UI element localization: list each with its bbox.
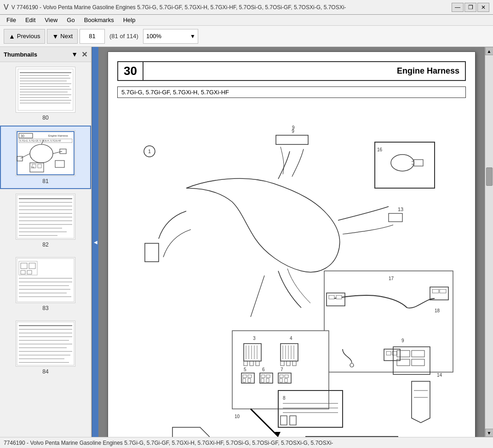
restore-button[interactable]: ❐ [464, 3, 476, 12]
next-arrow-icon: ▼ [52, 33, 58, 40]
blue-arrow-icon: ◀ [94, 240, 97, 245]
content-area[interactable]: 30 Engine Harness 5.7Gi-G, 5.7Gi-GF, 5.7… [98, 47, 485, 437]
sidebar-close-button[interactable]: ✕ [81, 50, 87, 59]
thumbnail-label-83: 83 [42, 305, 48, 311]
window-title: V 7746190 - Volvo Penta Marine Gasoline … [11, 4, 346, 11]
scroll-down-button[interactable]: ▼ [485, 429, 493, 437]
sidebar: Thumbnails ▼ ✕ [0, 47, 92, 437]
previous-button[interactable]: ▲ Previous [4, 29, 45, 44]
prev-label: Previous [17, 33, 40, 40]
svg-text:16: 16 [377, 147, 383, 152]
svg-text:8: 8 [283, 396, 286, 401]
scroll-thumb[interactable] [486, 167, 493, 186]
svg-text:5: 5 [244, 367, 246, 372]
next-label: Next [60, 33, 73, 40]
thumbnail-svg-82 [16, 194, 75, 239]
svg-text:13: 13 [398, 207, 403, 212]
thumbnail-label-84: 84 [42, 368, 48, 375]
svg-rect-137 [290, 416, 296, 425]
svg-text:10: 10 [235, 414, 240, 419]
svg-text:9: 9 [401, 338, 404, 343]
menu-file[interactable]: File [2, 16, 21, 24]
close-button[interactable]: ✕ [477, 3, 489, 12]
thumbnail-svg-84 [16, 321, 75, 366]
thumbnail-img-82 [16, 194, 75, 240]
statusbar: 7746190 - Volvo Penta Marine Gasoline En… [0, 437, 493, 448]
thumbnail-label-82: 82 [42, 241, 48, 248]
doc-title: Engine Harness [143, 62, 465, 80]
menu-bookmarks[interactable]: Bookmarks [80, 16, 119, 24]
thumbnail-svg-83 [16, 258, 75, 303]
prev-arrow-icon: ▲ [9, 33, 15, 40]
document-page: 30 Engine Harness 5.7Gi-G, 5.7Gi-GF, 5.7… [108, 52, 476, 437]
thumbnail-page-83[interactable]: 83 [0, 253, 91, 316]
thumbnail-img-80 [16, 67, 75, 113]
doc-page-number: 30 [118, 62, 143, 80]
svg-rect-136 [281, 416, 287, 425]
svg-rect-42 [17, 258, 74, 302]
svg-rect-83 [336, 295, 342, 299]
svg-rect-85 [432, 289, 439, 293]
thumbnail-svg-80 [16, 67, 75, 112]
thumbnail-page-82[interactable]: 82 [0, 189, 91, 253]
thumbnail-svg-81: 30 Engine Harness 5.7Gi-G, 5.7Gi-GF, 5.7… [16, 131, 75, 176]
svg-rect-82 [329, 295, 334, 299]
svg-text:6: 6 [262, 367, 265, 372]
svg-rect-151 [306, 437, 398, 437]
svg-rect-72 [145, 243, 159, 262]
zoom-select[interactable]: 100% 50% 75% 125% 150% 200% [143, 29, 198, 44]
svg-rect-71 [389, 213, 402, 222]
main-layout: Thumbnails ▼ ✕ [0, 47, 493, 437]
svg-text:14: 14 [437, 373, 442, 378]
svg-text:9: 9 [292, 125, 295, 130]
blue-side-tab[interactable]: ◀ [92, 47, 98, 437]
page-number-input[interactable] [80, 29, 105, 44]
svg-text:17: 17 [389, 276, 394, 281]
menu-edit[interactable]: Edit [21, 16, 40, 24]
thumbnail-page-84[interactable]: 84 [0, 316, 91, 379]
thumbnail-page-81[interactable]: 30 Engine Harness 5.7Gi-G, 5.7Gi-GF, 5.7… [0, 126, 91, 189]
svg-rect-86 [440, 289, 446, 293]
minimize-button[interactable]: — [452, 3, 464, 12]
thumbnail-img-83 [16, 257, 75, 303]
svg-text:1: 1 [148, 149, 151, 154]
menu-view[interactable]: View [40, 16, 62, 24]
svg-text:7: 7 [281, 367, 283, 372]
svg-rect-68 [276, 135, 308, 144]
sidebar-header: Thumbnails ▼ ✕ [0, 47, 91, 62]
page-info: (81 of 114) [107, 33, 141, 40]
titlebar: V V 7746190 - Volvo Penta Marine Gasolin… [0, 0, 493, 15]
svg-text:Engine Harness: Engine Harness [48, 134, 68, 137]
doc-header: 30 Engine Harness [117, 61, 466, 81]
vertical-scrollbar[interactable]: ▲ ▼ [485, 47, 493, 437]
engine-harness-diagram: 1 9 13 [117, 105, 458, 437]
svg-text:30: 30 [21, 134, 24, 138]
sidebar-title: Thumbnails [4, 51, 37, 58]
menu-help[interactable]: Help [119, 16, 140, 24]
thumbnail-img-84 [16, 321, 75, 367]
svg-rect-79 [324, 271, 453, 372]
app-icon: V [4, 3, 9, 11]
model-bar: 5.7Gi-G, 5.7Gi-GF, 5.7GXi-H, 5.7GXi-HF [117, 86, 466, 98]
toolbar: ▲ Previous ▼ Next (81 of 114) 100% 50% 7… [0, 26, 493, 47]
thumbnail-label-80: 80 [42, 115, 48, 121]
menu-go[interactable]: Go [62, 16, 79, 24]
svg-text:18: 18 [435, 308, 440, 313]
svg-text:4: 4 [290, 336, 292, 341]
next-button[interactable]: ▼ Next [47, 29, 78, 44]
thumbnail-img-81: 30 Engine Harness 5.7Gi-G, 5.7Gi-GF, 5.7… [16, 130, 75, 176]
svg-text:3  4: 3 4 [31, 166, 34, 169]
svg-text:5.7Gi-G, 5.7Gi-GF, 5.7GXi-H, 5: 5.7Gi-G, 5.7Gi-GF, 5.7GXi-H, 5.7GXi-HF [20, 139, 61, 142]
scroll-up-button[interactable]: ▲ [485, 47, 493, 55]
svg-rect-73 [375, 142, 435, 188]
svg-text:3: 3 [253, 336, 256, 341]
sidebar-menu-icon[interactable]: ▼ [69, 50, 80, 59]
status-text: 7746190 - Volvo Penta Marine Gasoline En… [4, 440, 333, 446]
thumbnail-page-80[interactable]: 80 [0, 62, 91, 126]
thumbnail-label-81: 81 [42, 178, 48, 184]
window-controls: — ❐ ✕ [452, 3, 489, 12]
menubar: File Edit View Go Bookmarks Help [0, 15, 493, 26]
scroll-track[interactable] [485, 55, 493, 429]
